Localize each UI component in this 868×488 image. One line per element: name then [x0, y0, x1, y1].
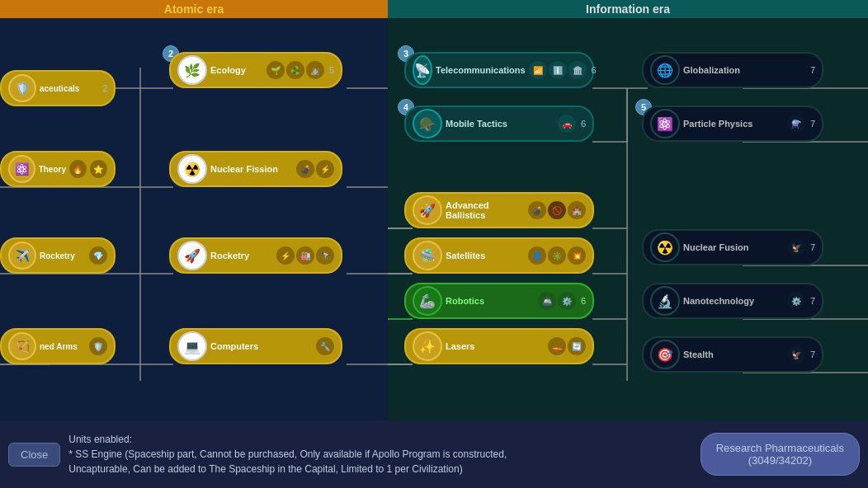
nuclear-fusion-label: Nuclear Fusion — [683, 242, 784, 252]
globalization-label: Globalization — [683, 65, 805, 75]
nuclear-fission-label: Nuclear Fission — [210, 164, 293, 174]
rocketry-label: Rocketry — [210, 251, 273, 260]
era-info-header: Information era — [388, 0, 868, 18]
desc-line3: Uncapturable, Can be added to The Spaces… — [68, 462, 691, 476]
stealth-label: Stealth — [683, 350, 784, 359]
era-info-label: Information era — [586, 2, 670, 16]
robotics-label: Robotics — [446, 296, 535, 306]
advanced-ballistics-label: Advanced Ballistics — [446, 200, 525, 220]
bottom-bar: Close Units enabled: * SS Engine (Spaces… — [0, 420, 868, 488]
telecom-count: 6 — [592, 65, 597, 75]
quantum-theory-label: Theory — [39, 165, 66, 174]
robotics-count: 6 — [581, 296, 586, 306]
era-atomic-header: Atomic era — [0, 0, 388, 18]
ecology-count: 5 — [329, 65, 334, 75]
nanotechnology-label: Nanotechnology — [683, 296, 784, 306]
nanotechnology-count: 7 — [810, 296, 815, 306]
globalization-count: 7 — [810, 65, 815, 75]
particle-physics-label: Particle Physics — [683, 119, 784, 129]
description-area: Units enabled: * SS Engine (Spaceship pa… — [68, 432, 691, 476]
research-button[interactable]: Research Pharmaceuticals (3049/34202) — [701, 433, 860, 476]
satellites-label: Satellites — [446, 251, 525, 260]
pharmaceuticals-label: aceuticals — [40, 84, 97, 93]
mobile-tactics-count: 6 — [581, 119, 586, 129]
desc-line2: * SS Engine (Spaceship part, Cannot be p… — [68, 447, 691, 462]
research-btn-label: Research Pharmaceuticals (3049/34202) — [716, 442, 844, 467]
nuclear-fusion-count: 7 — [810, 242, 815, 252]
desc-line1: Units enabled: — [68, 432, 691, 447]
stealth-count: 7 — [810, 350, 815, 359]
era-atomic-label: Atomic era — [164, 2, 224, 16]
computers-label: Computers — [210, 341, 313, 351]
close-button[interactable]: Close — [8, 443, 60, 467]
pharmaceuticals-count: 2 — [102, 84, 107, 93]
ecology-label: Ecology — [210, 65, 263, 75]
mobile-tactics-label: Mobile Tactics — [446, 119, 554, 129]
combined-arms-label: ned Arms — [40, 342, 86, 351]
particle-physics-count: 7 — [810, 119, 815, 129]
lasers-label: Lasers — [446, 341, 545, 351]
telecom-label: Telecommunications — [436, 65, 526, 75]
